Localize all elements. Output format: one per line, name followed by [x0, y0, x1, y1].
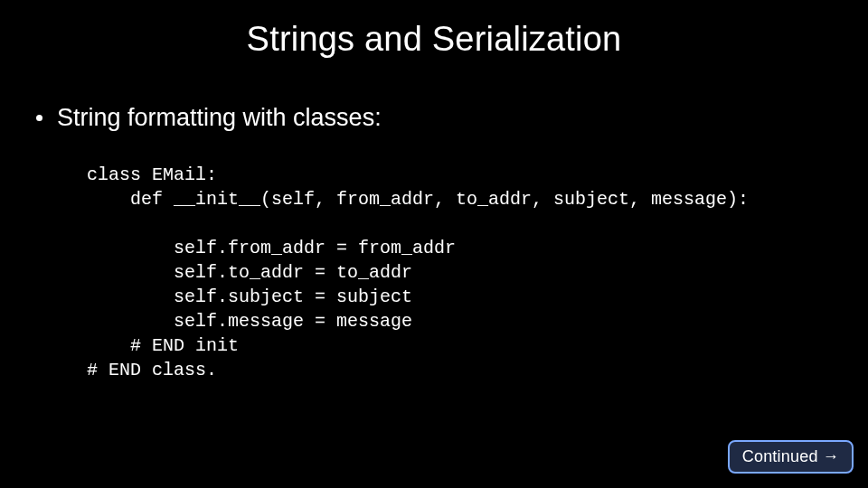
continued-badge: Continued →: [728, 440, 854, 474]
bullet-text: String formatting with classes:: [57, 104, 382, 132]
slide: Strings and Serialization String formatt…: [0, 0, 868, 488]
bullet-item: String formatting with classes:: [36, 104, 868, 132]
bullet-dot-icon: [36, 115, 42, 121]
slide-title: Strings and Serialization: [0, 0, 868, 59]
code-block: class EMail: def __init__(self, from_add…: [87, 163, 868, 382]
